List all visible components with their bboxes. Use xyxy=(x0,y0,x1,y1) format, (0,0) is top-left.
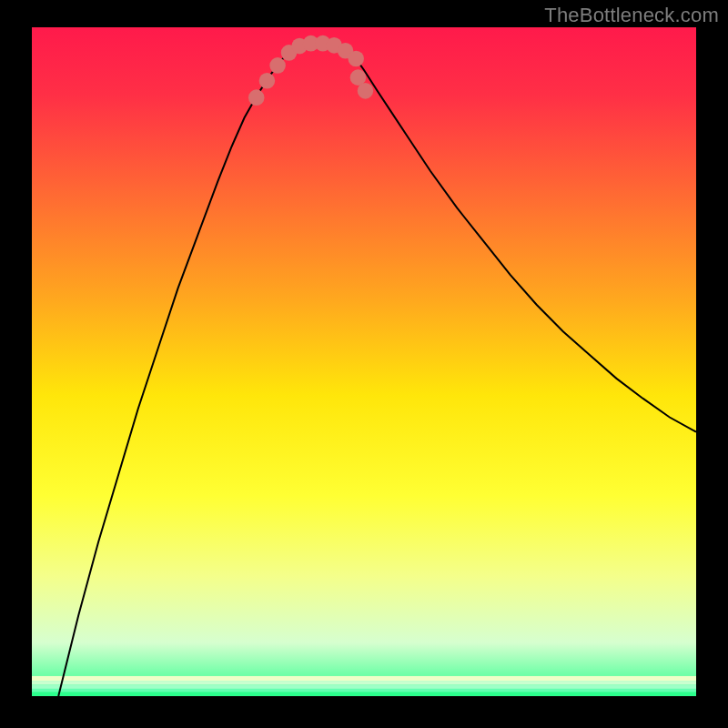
svg-rect-4 xyxy=(32,693,696,696)
marker-dot xyxy=(269,57,286,74)
marker-dot xyxy=(248,89,265,106)
svg-rect-3 xyxy=(32,689,696,693)
marker-dot xyxy=(358,83,374,99)
svg-rect-2 xyxy=(32,685,696,689)
watermark-text: TheBottleneck.com xyxy=(544,4,719,27)
plot-area xyxy=(32,27,696,696)
marker-dot xyxy=(348,51,364,67)
svg-rect-0 xyxy=(32,676,696,681)
marker-dot xyxy=(259,73,276,89)
bottleneck-chart xyxy=(32,27,696,696)
svg-rect-1 xyxy=(32,681,696,684)
outer-frame: TheBottleneck.com xyxy=(0,0,728,728)
bottom-stripes xyxy=(32,676,696,696)
